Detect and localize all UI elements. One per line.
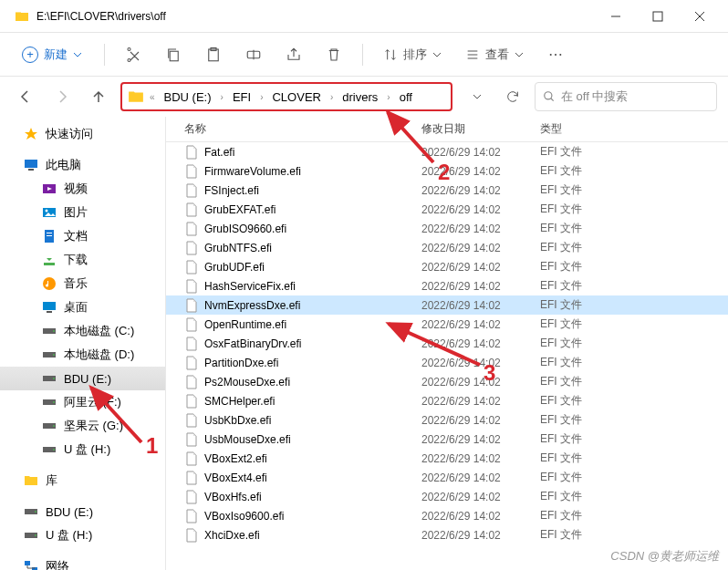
svg-rect-12 xyxy=(47,233,52,233)
sidebar-item-network[interactable]: 网络 xyxy=(0,554,165,570)
search-icon xyxy=(543,90,556,103)
sidebar-item-this-pc[interactable]: 此电脑 xyxy=(0,153,165,177)
paste-button[interactable] xyxy=(196,38,231,71)
file-icon xyxy=(184,279,199,294)
breadcrumb-item[interactable]: drivers xyxy=(338,88,381,106)
file-row[interactable]: VBoxExt2.efi2022/6/29 14:02EFI 文件 xyxy=(166,449,728,468)
file-row[interactable]: GrubUDF.efi2022/6/29 14:02EFI 文件 xyxy=(166,257,728,276)
svg-rect-14 xyxy=(44,263,55,265)
breadcrumb-dropdown[interactable] xyxy=(463,83,491,110)
folder-icon xyxy=(128,88,144,105)
titlebar: E:\EFI\CLOVER\drivers\off xyxy=(0,0,728,33)
file-row[interactable]: GrubNTFS.efi2022/6/29 14:02EFI 文件 xyxy=(166,238,728,257)
svg-point-15 xyxy=(43,277,56,290)
more-button[interactable]: ⋯ xyxy=(538,38,573,71)
file-row[interactable]: OsxFatBinaryDrv.efi2022/6/29 14:02EFI 文件 xyxy=(166,334,728,353)
up-button[interactable] xyxy=(84,82,113,111)
forward-button[interactable] xyxy=(47,82,77,111)
minimize-button[interactable] xyxy=(595,2,637,31)
file-row[interactable]: UsbMouseDxe.efi2022/6/29 14:02EFI 文件 xyxy=(166,430,728,449)
file-row[interactable]: VBoxExt4.efi2022/6/29 14:02EFI 文件 xyxy=(166,468,728,487)
sidebar-item[interactable]: 文档 xyxy=(0,224,165,248)
sidebar-item[interactable]: BDU (E:) xyxy=(0,367,165,390)
copy-button[interactable] xyxy=(156,38,191,71)
item-icon xyxy=(42,442,57,457)
file-row[interactable]: NvmExpressDxe.efi2022/6/29 14:02EFI 文件 xyxy=(166,295,728,315)
file-date: 2022/6/29 14:02 xyxy=(421,318,540,331)
file-name: FirmwareVolume.efi xyxy=(204,165,421,178)
sidebar-item[interactable]: 本地磁盘 (D:) xyxy=(0,343,165,367)
sidebar-item[interactable]: 下载 xyxy=(0,248,165,272)
column-type[interactable]: 类型 xyxy=(540,121,631,137)
file-row[interactable]: SMCHelper.efi2022/6/29 14:02EFI 文件 xyxy=(166,391,728,410)
breadcrumb-item[interactable]: EFI xyxy=(229,88,255,106)
file-type: EFI 文件 xyxy=(540,470,631,485)
maximize-button[interactable] xyxy=(637,2,679,31)
breadcrumb-item[interactable]: CLOVER xyxy=(268,88,324,106)
rename-button[interactable] xyxy=(236,38,271,71)
file-row[interactable]: VBoxHfs.efi2022/6/29 14:02EFI 文件 xyxy=(166,487,728,506)
back-button[interactable] xyxy=(11,82,40,111)
close-button[interactable] xyxy=(679,2,721,31)
file-type: EFI 文件 xyxy=(540,163,631,179)
file-row[interactable]: HashServiceFix.efi2022/6/29 14:02EFI 文件 xyxy=(166,276,728,295)
sort-button[interactable]: 排序 xyxy=(374,38,451,71)
file-type: EFI 文件 xyxy=(540,144,631,160)
column-name[interactable]: 名称 xyxy=(184,121,421,137)
svg-point-33 xyxy=(35,534,36,536)
sidebar-item[interactable]: 坚果云 (G:) xyxy=(0,414,165,438)
file-row[interactable]: GrubISO9660.efi2022/6/29 14:02EFI 文件 xyxy=(166,219,728,238)
file-date: 2022/6/29 14:02 xyxy=(421,223,540,235)
sidebar-item[interactable]: 阿里云 (F:) xyxy=(0,390,165,414)
sidebar-item-drive[interactable]: BDU (E:) xyxy=(0,500,165,523)
sidebar-item-libraries[interactable]: 库 xyxy=(0,469,165,492)
sidebar-item[interactable]: 桌面 xyxy=(0,295,165,319)
sidebar-item[interactable]: 视频 xyxy=(0,177,165,201)
sidebar-item[interactable]: 本地磁盘 (C:) xyxy=(0,319,165,343)
file-row[interactable]: Fat.efi2022/6/29 14:02EFI 文件 xyxy=(166,142,728,161)
svg-point-5 xyxy=(545,92,552,99)
svg-rect-17 xyxy=(47,311,52,313)
file-row[interactable]: UsbKbDxe.efi2022/6/29 14:02EFI 文件 xyxy=(166,410,728,430)
file-row[interactable]: Ps2MouseDxe.efi2022/6/29 14:02EFI 文件 xyxy=(166,372,728,391)
refresh-button[interactable] xyxy=(498,82,527,111)
sidebar-item-quick-access[interactable]: 快速访问 xyxy=(0,122,165,146)
file-icon xyxy=(184,509,199,523)
delete-button[interactable] xyxy=(317,38,351,71)
file-date: 2022/6/29 14:02 xyxy=(421,491,540,503)
new-label: 新建 xyxy=(44,47,68,63)
file-type: EFI 文件 xyxy=(540,278,631,294)
navbar: « BDU (E:) › EFI › CLOVER › drivers › of… xyxy=(0,77,728,117)
view-button[interactable]: 查看 xyxy=(456,38,533,71)
file-row[interactable]: PartitionDxe.efi2022/6/29 14:02EFI 文件 xyxy=(166,353,728,372)
share-button[interactable] xyxy=(276,38,311,71)
chevron-right-icon: › xyxy=(327,92,337,102)
sidebar-item[interactable]: 音乐 xyxy=(0,272,165,295)
file-row[interactable]: XhciDxe.efi2022/6/29 14:02EFI 文件 xyxy=(166,525,728,544)
file-row[interactable]: GrubEXFAT.efi2022/6/29 14:02EFI 文件 xyxy=(166,200,728,219)
file-date: 2022/6/29 14:02 xyxy=(421,472,540,484)
new-button[interactable]: + 新建 xyxy=(11,41,93,68)
file-type: EFI 文件 xyxy=(540,374,631,389)
chevron-right-icon: › xyxy=(256,92,266,102)
cut-button[interactable] xyxy=(116,38,151,71)
svg-rect-0 xyxy=(653,12,662,21)
chevron-right-icon: › xyxy=(383,92,393,102)
file-row[interactable]: VBoxIso9600.efi2022/6/29 14:02EFI 文件 xyxy=(166,506,728,525)
chevron-right-icon: › xyxy=(217,92,227,102)
column-date[interactable]: 修改日期 xyxy=(421,121,540,137)
column-headers[interactable]: 名称 修改日期 类型 xyxy=(166,117,728,142)
sidebar-item[interactable]: U 盘 (H:) xyxy=(0,438,165,461)
item-icon xyxy=(42,253,57,267)
file-type: EFI 文件 xyxy=(540,221,631,236)
search-input[interactable]: 在 off 中搜索 xyxy=(535,82,717,111)
breadcrumb-item[interactable]: off xyxy=(396,88,416,106)
breadcrumb-item[interactable]: BDU (E:) xyxy=(161,88,215,106)
sidebar-item[interactable]: 图片 xyxy=(0,201,165,224)
sidebar-item-drive[interactable]: U 盘 (H:) xyxy=(0,523,165,547)
file-name: VBoxExt4.efi xyxy=(204,472,421,484)
file-row[interactable]: OpenRuntime.efi2022/6/29 14:02EFI 文件 xyxy=(166,315,728,334)
file-date: 2022/6/29 14:02 xyxy=(421,414,540,427)
breadcrumb[interactable]: « BDU (E:) › EFI › CLOVER › drivers › of… xyxy=(120,82,452,111)
file-icon xyxy=(184,317,199,332)
